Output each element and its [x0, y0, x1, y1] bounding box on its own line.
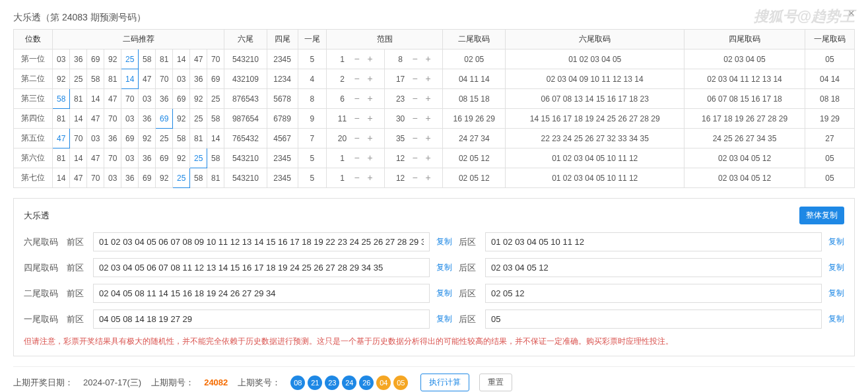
num-cell[interactable]: 47: [104, 89, 121, 109]
minus-icon[interactable]: −: [411, 55, 420, 64]
num-cell[interactable]: 47: [139, 69, 156, 89]
num-cell[interactable]: 25: [121, 49, 139, 69]
num-cell[interactable]: 47: [87, 148, 104, 168]
num-cell[interactable]: 25: [190, 109, 207, 129]
num-cell[interactable]: 36: [121, 168, 139, 188]
num-cell[interactable]: 92: [190, 89, 207, 109]
num-cell[interactable]: 70: [70, 129, 87, 148]
num-cell[interactable]: 81: [53, 109, 70, 129]
front-input[interactable]: [93, 258, 430, 277]
num-cell[interactable]: 58: [53, 89, 70, 109]
num-cell[interactable]: 25: [190, 148, 207, 168]
calc-button[interactable]: 执行计算: [420, 374, 469, 391]
num-cell[interactable]: 03: [104, 168, 121, 188]
num-cell[interactable]: 25: [70, 69, 87, 89]
front-input[interactable]: [93, 310, 430, 329]
num-cell[interactable]: 36: [156, 89, 173, 109]
plus-icon[interactable]: +: [366, 134, 375, 143]
plus-icon[interactable]: +: [424, 154, 433, 163]
num-cell[interactable]: 92: [173, 109, 190, 129]
minus-icon[interactable]: −: [411, 134, 420, 143]
num-cell[interactable]: 03: [121, 148, 139, 168]
num-cell[interactable]: 69: [156, 148, 173, 168]
num-cell[interactable]: 70: [121, 89, 139, 109]
minus-icon[interactable]: −: [352, 75, 362, 84]
front-input[interactable]: [93, 284, 430, 303]
reset-button[interactable]: 重置: [479, 374, 512, 391]
plus-icon[interactable]: +: [366, 154, 375, 163]
num-cell[interactable]: 69: [87, 49, 104, 69]
num-cell[interactable]: 14: [87, 89, 104, 109]
num-cell[interactable]: 58: [87, 69, 104, 89]
num-cell[interactable]: 25: [173, 168, 190, 188]
num-cell[interactable]: 69: [139, 168, 156, 188]
plus-icon[interactable]: +: [366, 75, 375, 84]
num-cell[interactable]: 14: [207, 129, 224, 148]
num-cell[interactable]: 58: [207, 109, 224, 129]
copy-all-button[interactable]: 整体复制: [799, 207, 844, 224]
back-input[interactable]: [485, 258, 822, 277]
num-cell[interactable]: 92: [139, 129, 156, 148]
minus-icon[interactable]: −: [411, 174, 420, 183]
num-cell[interactable]: 81: [70, 89, 87, 109]
num-cell[interactable]: 70: [104, 109, 121, 129]
copy-link[interactable]: 复制: [828, 236, 844, 247]
front-input[interactable]: [93, 232, 430, 251]
plus-icon[interactable]: +: [366, 94, 375, 104]
num-cell[interactable]: 47: [53, 129, 70, 148]
close-icon[interactable]: ×: [848, 7, 855, 20]
copy-link[interactable]: 复制: [436, 262, 452, 273]
minus-icon[interactable]: −: [352, 114, 362, 123]
plus-icon[interactable]: +: [366, 174, 375, 183]
num-cell[interactable]: 58: [139, 49, 156, 69]
num-cell[interactable]: 69: [121, 129, 139, 148]
back-input[interactable]: [485, 232, 822, 251]
num-cell[interactable]: 58: [207, 148, 224, 168]
num-cell[interactable]: 36: [70, 49, 87, 69]
num-cell[interactable]: 70: [87, 168, 104, 188]
num-cell[interactable]: 03: [53, 49, 70, 69]
num-cell[interactable]: 36: [139, 148, 156, 168]
num-cell[interactable]: 69: [207, 69, 224, 89]
num-cell[interactable]: 03: [139, 89, 156, 109]
minus-icon[interactable]: −: [411, 75, 420, 84]
copy-link[interactable]: 复制: [828, 313, 844, 325]
num-cell[interactable]: 81: [207, 168, 224, 188]
plus-icon[interactable]: +: [424, 174, 433, 183]
num-cell[interactable]: 03: [173, 69, 190, 89]
minus-icon[interactable]: −: [352, 154, 362, 163]
num-cell[interactable]: 25: [156, 129, 173, 148]
num-cell[interactable]: 58: [173, 129, 190, 148]
num-cell[interactable]: 36: [190, 69, 207, 89]
minus-icon[interactable]: −: [411, 114, 420, 123]
num-cell[interactable]: 14: [70, 148, 87, 168]
num-cell[interactable]: 69: [156, 109, 173, 129]
minus-icon[interactable]: −: [411, 154, 420, 163]
num-cell[interactable]: 14: [53, 168, 70, 188]
num-cell[interactable]: 36: [104, 129, 121, 148]
minus-icon[interactable]: −: [352, 94, 362, 104]
num-cell[interactable]: 25: [207, 89, 224, 109]
num-cell[interactable]: 81: [53, 148, 70, 168]
copy-link[interactable]: 复制: [436, 313, 452, 325]
num-cell[interactable]: 14: [121, 69, 139, 89]
num-cell[interactable]: 92: [53, 69, 70, 89]
num-cell[interactable]: 47: [70, 168, 87, 188]
plus-icon[interactable]: +: [424, 55, 433, 64]
plus-icon[interactable]: +: [424, 114, 433, 123]
num-cell[interactable]: 03: [121, 109, 139, 129]
num-cell[interactable]: 70: [156, 69, 173, 89]
plus-icon[interactable]: +: [424, 94, 433, 104]
plus-icon[interactable]: +: [366, 55, 375, 64]
back-input[interactable]: [485, 284, 822, 303]
num-cell[interactable]: 81: [190, 129, 207, 148]
copy-link[interactable]: 复制: [828, 262, 844, 273]
minus-icon[interactable]: −: [352, 174, 362, 183]
num-cell[interactable]: 81: [156, 49, 173, 69]
num-cell[interactable]: 36: [139, 109, 156, 129]
num-cell[interactable]: 03: [87, 129, 104, 148]
num-cell[interactable]: 92: [156, 168, 173, 188]
num-cell[interactable]: 58: [190, 168, 207, 188]
num-cell[interactable]: 70: [207, 49, 224, 69]
num-cell[interactable]: 69: [173, 89, 190, 109]
